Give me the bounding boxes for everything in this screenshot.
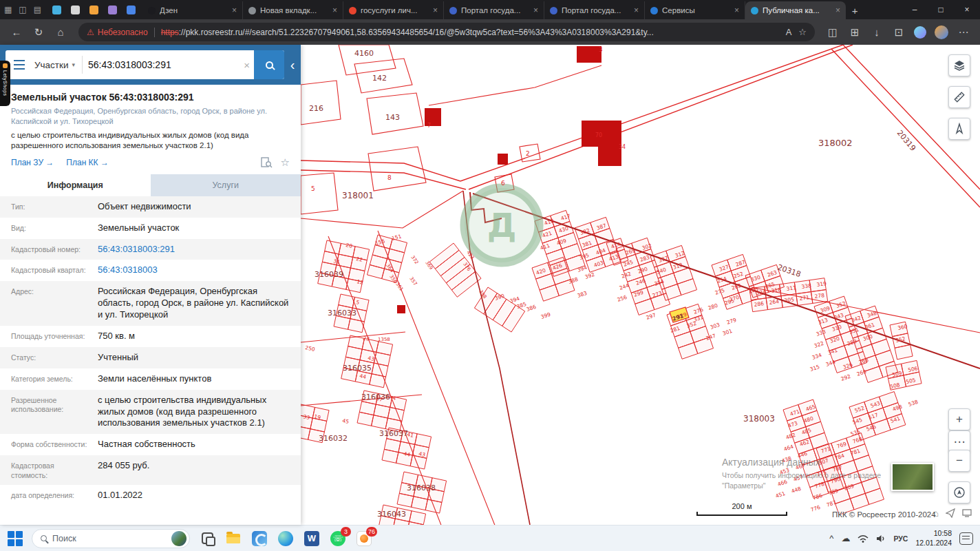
info-row-type: Тип: Объект недвижимости: [0, 196, 301, 218]
tab-close-icon[interactable]: ×: [733, 6, 741, 15]
taskbar-clock[interactable]: 10:58 12.01.2024: [915, 529, 952, 547]
vertical-tabs-icon[interactable]: ◫: [19, 5, 26, 14]
plan-kk-link[interactable]: План КК →: [66, 158, 109, 167]
edge-browser-button[interactable]: [277, 530, 295, 548]
collapse-panel-icon[interactable]: ‹: [284, 57, 301, 73]
page-url[interactable]: https://pkk.rosreestr.ru/#/search/51.223…: [161, 28, 779, 37]
share-plane-icon[interactable]: [946, 508, 955, 518]
home-button[interactable]: ⌂: [51, 23, 70, 42]
tab-close-icon[interactable]: ×: [532, 6, 540, 15]
cadastral-quarter-link[interactable]: 56:43:0318003: [98, 264, 301, 276]
blue-app-button[interactable]: [251, 530, 268, 548]
map-label: 5: [311, 185, 315, 192]
info-row-cadastral-quarter: Кадастровый квартал: 56:43:0318003: [0, 260, 301, 281]
position-button[interactable]: [948, 118, 970, 140]
map-label: 256: [617, 294, 628, 303]
hidden-icons-chevron[interactable]: ^: [829, 533, 833, 543]
map-label: 399: [540, 311, 552, 320]
profile-avatar[interactable]: [935, 25, 948, 39]
address-bar[interactable]: ⚠ Небезопасно https://pkk.rosreestr.ru/#…: [78, 23, 815, 41]
map-label: 2: [526, 150, 530, 157]
tab-close-icon[interactable]: ×: [331, 6, 339, 15]
whatsapp-button[interactable]: ☏ 3: [329, 530, 347, 548]
language-indicator[interactable]: РУС: [893, 534, 908, 543]
word-button[interactable]: W: [303, 530, 321, 548]
extension-side-tab[interactable]: LetyShops: [0, 61, 10, 106]
tab-close-icon[interactable]: ×: [834, 6, 842, 15]
browser-tab-portal-1[interactable]: Портал госуда... ×: [444, 1, 544, 19]
tab-close-icon[interactable]: ×: [632, 6, 640, 15]
search-button[interactable]: [254, 50, 284, 79]
cadastral-number-link[interactable]: 56:43:0318003:291: [98, 244, 301, 256]
pinned-tab[interactable]: [127, 6, 136, 14]
layers-button[interactable]: [948, 54, 970, 76]
volume-icon[interactable]: [876, 534, 886, 543]
new-tab-button[interactable]: +: [846, 1, 864, 19]
plan-zu-link[interactable]: План ЗУ →: [11, 158, 54, 167]
zoom-in-button[interactable]: +: [948, 408, 970, 430]
measure-button[interactable]: [948, 86, 970, 108]
tab-close-icon[interactable]: ×: [231, 6, 238, 15]
tab-close-icon[interactable]: ×: [432, 6, 439, 15]
extensions-icon[interactable]: ⊡: [889, 23, 908, 42]
map-shape: [498, 154, 508, 165]
clear-search-icon[interactable]: ×: [239, 59, 254, 71]
browser-tab-gosuslugi[interactable]: госуслуги лич... ×: [343, 1, 444, 19]
info-label: дата определения:: [0, 490, 98, 501]
tab-services[interactable]: Услуги: [151, 174, 301, 196]
refresh-button[interactable]: ↻: [29, 23, 48, 42]
cadastral-map[interactable]: Д418417421430411409420426388392383382387…: [301, 45, 980, 525]
task-view-button[interactable]: [198, 530, 216, 548]
map-label: 142: [372, 74, 387, 83]
security-warning-label[interactable]: Небезопасно: [98, 28, 148, 37]
browser-tab-servisy[interactable]: Сервисы ×: [645, 1, 745, 19]
pinned-tab[interactable]: [108, 6, 117, 14]
window-close-button[interactable]: ×: [954, 0, 980, 19]
search-category-dropdown[interactable]: Участки ▾: [33, 60, 82, 70]
onedrive-cloud-icon[interactable]: ☁: [841, 533, 850, 543]
read-aloud-icon[interactable]: A: [786, 27, 792, 37]
pinned-tab[interactable]: [71, 6, 80, 14]
favorite-icon[interactable]: ☆: [281, 156, 290, 169]
tab-label: Портал госуда...: [562, 6, 628, 14]
workspaces-icon[interactable]: ▤: [34, 5, 41, 14]
browser-menu-icon[interactable]: ⋯: [954, 23, 973, 42]
pinned-tab[interactable]: [89, 6, 98, 14]
fullscreen-icon[interactable]: [962, 509, 972, 517]
browser-tab-dzen[interactable]: Дзен ×: [142, 1, 243, 19]
start-button[interactable]: [7, 530, 23, 547]
security-warning-icon[interactable]: ⚠: [87, 28, 94, 37]
map-home-icon[interactable]: ⌂: [933, 508, 939, 519]
notification-center-icon[interactable]: [959, 532, 973, 545]
locate-button[interactable]: [948, 481, 970, 503]
back-button[interactable]: ←: [7, 23, 26, 42]
browser-tab-pkk-active[interactable]: Публичная ка... ×: [745, 1, 846, 19]
browser-tab-newtab[interactable]: Новая вкладк... ×: [243, 1, 343, 19]
window-minimize-button[interactable]: –: [902, 0, 928, 19]
zoom-out-button[interactable]: −: [948, 450, 970, 472]
window-maximize-button[interactable]: □: [928, 0, 954, 19]
file-explorer-button[interactable]: [224, 530, 242, 548]
split-screen-icon[interactable]: ◫: [823, 23, 842, 42]
taskbar-search[interactable]: Поиск: [32, 529, 190, 548]
cadastral-map-canvas[interactable]: Д418417421430411409420426388392383382387…: [301, 45, 980, 525]
pinned-tab[interactable]: [52, 6, 61, 14]
map-shape: [397, 305, 405, 313]
collections-icon[interactable]: ⊞: [845, 23, 864, 42]
map-label: 383: [577, 290, 588, 299]
search-category-label: Участки: [34, 60, 69, 70]
map-label: 34: [619, 144, 626, 150]
search-input[interactable]: [83, 59, 239, 70]
copilot-icon[interactable]: [914, 26, 926, 39]
badged-app-button[interactable]: 76: [355, 530, 373, 548]
tab-actions-icon[interactable]: ▦: [4, 5, 12, 14]
document-preview-icon[interactable]: [261, 157, 273, 168]
favorite-star-icon[interactable]: ☆: [798, 27, 807, 37]
browser-tab-portal-2[interactable]: Портал госуда... ×: [544, 1, 645, 19]
tab-information[interactable]: Информация: [0, 174, 151, 196]
wifi-icon[interactable]: [858, 534, 869, 543]
map-shape: [368, 147, 426, 191]
downloads-icon[interactable]: ↓: [867, 23, 886, 42]
map-label: 508: [890, 382, 901, 390]
parcel-address-subtitle: Российская Федерация, Оренбургская облас…: [0, 106, 301, 127]
